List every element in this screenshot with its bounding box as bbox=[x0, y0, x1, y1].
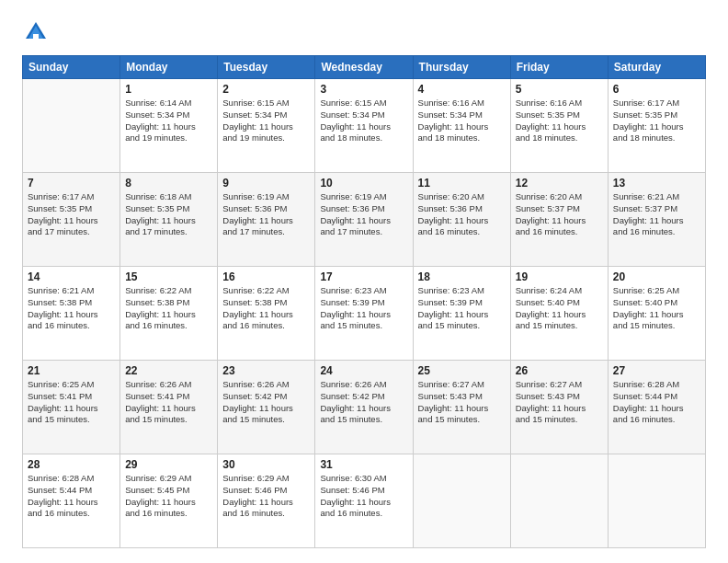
day-number: 14 bbox=[28, 270, 115, 283]
day-info: Sunrise: 6:26 AM Sunset: 5:42 PM Dayligh… bbox=[320, 379, 407, 426]
day-number: 2 bbox=[222, 83, 310, 96]
day-info: Sunrise: 6:20 AM Sunset: 5:36 PM Dayligh… bbox=[418, 191, 506, 238]
calendar-cell: 6Sunrise: 6:17 AM Sunset: 5:35 PM Daylig… bbox=[608, 79, 705, 173]
calendar-cell: 5Sunrise: 6:16 AM Sunset: 5:35 PM Daylig… bbox=[510, 79, 608, 173]
calendar-cell: 14Sunrise: 6:21 AM Sunset: 5:38 PM Dayli… bbox=[23, 267, 120, 361]
page: SundayMondayTuesdayWednesdayThursdayFrid… bbox=[0, 0, 728, 563]
day-info: Sunrise: 6:28 AM Sunset: 5:44 PM Dayligh… bbox=[28, 473, 115, 520]
day-number: 17 bbox=[320, 270, 407, 283]
week-row-5: 28Sunrise: 6:28 AM Sunset: 5:44 PM Dayli… bbox=[23, 454, 706, 548]
calendar-cell: 17Sunrise: 6:23 AM Sunset: 5:39 PM Dayli… bbox=[315, 267, 413, 361]
day-number: 20 bbox=[613, 270, 700, 283]
calendar-cell: 19Sunrise: 6:24 AM Sunset: 5:40 PM Dayli… bbox=[510, 267, 608, 361]
day-number: 1 bbox=[125, 83, 212, 96]
weekday-header-monday: Monday bbox=[120, 56, 218, 79]
day-info: Sunrise: 6:14 AM Sunset: 5:34 PM Dayligh… bbox=[125, 98, 212, 144]
day-number: 4 bbox=[418, 83, 506, 96]
day-number: 30 bbox=[222, 458, 310, 471]
day-info: Sunrise: 6:21 AM Sunset: 5:37 PM Dayligh… bbox=[613, 191, 700, 238]
calendar-cell: 24Sunrise: 6:26 AM Sunset: 5:42 PM Dayli… bbox=[315, 361, 413, 454]
calendar-cell: 31Sunrise: 6:30 AM Sunset: 5:46 PM Dayli… bbox=[315, 454, 413, 548]
calendar-cell: 2Sunrise: 6:15 AM Sunset: 5:34 PM Daylig… bbox=[218, 79, 315, 173]
day-info: Sunrise: 6:27 AM Sunset: 5:43 PM Dayligh… bbox=[516, 379, 603, 426]
day-number: 6 bbox=[613, 83, 700, 96]
day-info: Sunrise: 6:25 AM Sunset: 5:41 PM Dayligh… bbox=[28, 379, 115, 426]
week-row-1: 1Sunrise: 6:14 AM Sunset: 5:34 PM Daylig… bbox=[23, 79, 706, 173]
calendar-cell: 15Sunrise: 6:22 AM Sunset: 5:38 PM Dayli… bbox=[120, 267, 218, 361]
day-number: 10 bbox=[320, 177, 407, 190]
calendar-cell: 11Sunrise: 6:20 AM Sunset: 5:36 PM Dayli… bbox=[413, 173, 510, 267]
day-info: Sunrise: 6:17 AM Sunset: 5:35 PM Dayligh… bbox=[613, 98, 700, 144]
logo-icon bbox=[22, 18, 50, 46]
day-info: Sunrise: 6:16 AM Sunset: 5:34 PM Dayligh… bbox=[418, 98, 506, 144]
calendar-cell bbox=[413, 454, 510, 548]
day-info: Sunrise: 6:28 AM Sunset: 5:44 PM Dayligh… bbox=[613, 379, 700, 426]
day-info: Sunrise: 6:26 AM Sunset: 5:42 PM Dayligh… bbox=[222, 379, 310, 426]
day-info: Sunrise: 6:19 AM Sunset: 5:36 PM Dayligh… bbox=[320, 191, 407, 238]
day-info: Sunrise: 6:15 AM Sunset: 5:34 PM Dayligh… bbox=[320, 98, 407, 144]
day-number: 23 bbox=[222, 364, 310, 377]
calendar-cell bbox=[23, 79, 120, 173]
day-number: 19 bbox=[516, 270, 603, 283]
calendar-cell: 3Sunrise: 6:15 AM Sunset: 5:34 PM Daylig… bbox=[315, 79, 413, 173]
svg-rect-2 bbox=[33, 34, 39, 39]
day-info: Sunrise: 6:23 AM Sunset: 5:39 PM Dayligh… bbox=[418, 285, 506, 332]
calendar-cell: 8Sunrise: 6:18 AM Sunset: 5:35 PM Daylig… bbox=[120, 173, 218, 267]
day-number: 5 bbox=[516, 83, 603, 96]
day-number: 26 bbox=[516, 364, 603, 377]
day-number: 3 bbox=[320, 83, 407, 96]
weekday-header-sunday: Sunday bbox=[23, 56, 120, 79]
day-info: Sunrise: 6:19 AM Sunset: 5:36 PM Dayligh… bbox=[222, 191, 310, 238]
weekday-header-wednesday: Wednesday bbox=[315, 56, 413, 79]
calendar-cell: 9Sunrise: 6:19 AM Sunset: 5:36 PM Daylig… bbox=[218, 173, 315, 267]
day-number: 8 bbox=[125, 177, 212, 190]
day-number: 21 bbox=[28, 364, 115, 377]
weekday-header-saturday: Saturday bbox=[608, 56, 705, 79]
day-info: Sunrise: 6:26 AM Sunset: 5:41 PM Dayligh… bbox=[125, 379, 212, 426]
day-number: 27 bbox=[613, 364, 700, 377]
calendar-cell: 28Sunrise: 6:28 AM Sunset: 5:44 PM Dayli… bbox=[23, 454, 120, 548]
day-info: Sunrise: 6:30 AM Sunset: 5:46 PM Dayligh… bbox=[320, 473, 407, 520]
day-info: Sunrise: 6:18 AM Sunset: 5:35 PM Dayligh… bbox=[125, 191, 212, 238]
day-number: 12 bbox=[516, 177, 603, 190]
calendar-cell: 23Sunrise: 6:26 AM Sunset: 5:42 PM Dayli… bbox=[218, 361, 315, 454]
calendar-cell: 12Sunrise: 6:20 AM Sunset: 5:37 PM Dayli… bbox=[510, 173, 608, 267]
calendar-cell: 4Sunrise: 6:16 AM Sunset: 5:34 PM Daylig… bbox=[413, 79, 510, 173]
day-number: 13 bbox=[613, 177, 700, 190]
day-number: 31 bbox=[320, 458, 407, 471]
day-info: Sunrise: 6:24 AM Sunset: 5:40 PM Dayligh… bbox=[516, 285, 603, 332]
day-info: Sunrise: 6:23 AM Sunset: 5:39 PM Dayligh… bbox=[320, 285, 407, 332]
calendar-cell: 10Sunrise: 6:19 AM Sunset: 5:36 PM Dayli… bbox=[315, 173, 413, 267]
day-number: 24 bbox=[320, 364, 407, 377]
calendar-cell bbox=[608, 454, 705, 548]
day-number: 16 bbox=[222, 270, 310, 283]
day-number: 15 bbox=[125, 270, 212, 283]
calendar-cell: 16Sunrise: 6:22 AM Sunset: 5:38 PM Dayli… bbox=[218, 267, 315, 361]
calendar-table: SundayMondayTuesdayWednesdayThursdayFrid… bbox=[22, 55, 706, 548]
calendar-cell: 7Sunrise: 6:17 AM Sunset: 5:35 PM Daylig… bbox=[23, 173, 120, 267]
day-number: 7 bbox=[28, 177, 115, 190]
calendar-cell: 22Sunrise: 6:26 AM Sunset: 5:41 PM Dayli… bbox=[120, 361, 218, 454]
day-info: Sunrise: 6:25 AM Sunset: 5:40 PM Dayligh… bbox=[613, 285, 700, 332]
day-number: 29 bbox=[125, 458, 212, 471]
calendar-cell: 26Sunrise: 6:27 AM Sunset: 5:43 PM Dayli… bbox=[510, 361, 608, 454]
week-row-3: 14Sunrise: 6:21 AM Sunset: 5:38 PM Dayli… bbox=[23, 267, 706, 361]
day-info: Sunrise: 6:16 AM Sunset: 5:35 PM Dayligh… bbox=[516, 98, 603, 144]
day-number: 28 bbox=[28, 458, 115, 471]
calendar-cell: 1Sunrise: 6:14 AM Sunset: 5:34 PM Daylig… bbox=[120, 79, 218, 173]
weekday-header-tuesday: Tuesday bbox=[218, 56, 315, 79]
weekday-header-thursday: Thursday bbox=[413, 56, 510, 79]
day-number: 11 bbox=[418, 177, 506, 190]
logo bbox=[22, 18, 53, 46]
calendar-cell: 25Sunrise: 6:27 AM Sunset: 5:43 PM Dayli… bbox=[413, 361, 510, 454]
day-info: Sunrise: 6:21 AM Sunset: 5:38 PM Dayligh… bbox=[28, 285, 115, 332]
day-info: Sunrise: 6:15 AM Sunset: 5:34 PM Dayligh… bbox=[222, 98, 310, 144]
day-number: 9 bbox=[222, 177, 310, 190]
calendar-cell: 27Sunrise: 6:28 AM Sunset: 5:44 PM Dayli… bbox=[608, 361, 705, 454]
week-row-2: 7Sunrise: 6:17 AM Sunset: 5:35 PM Daylig… bbox=[23, 173, 706, 267]
day-info: Sunrise: 6:22 AM Sunset: 5:38 PM Dayligh… bbox=[125, 285, 212, 332]
calendar-cell bbox=[510, 454, 608, 548]
calendar-cell: 20Sunrise: 6:25 AM Sunset: 5:40 PM Dayli… bbox=[608, 267, 705, 361]
day-number: 22 bbox=[125, 364, 212, 377]
day-info: Sunrise: 6:29 AM Sunset: 5:46 PM Dayligh… bbox=[222, 473, 310, 520]
